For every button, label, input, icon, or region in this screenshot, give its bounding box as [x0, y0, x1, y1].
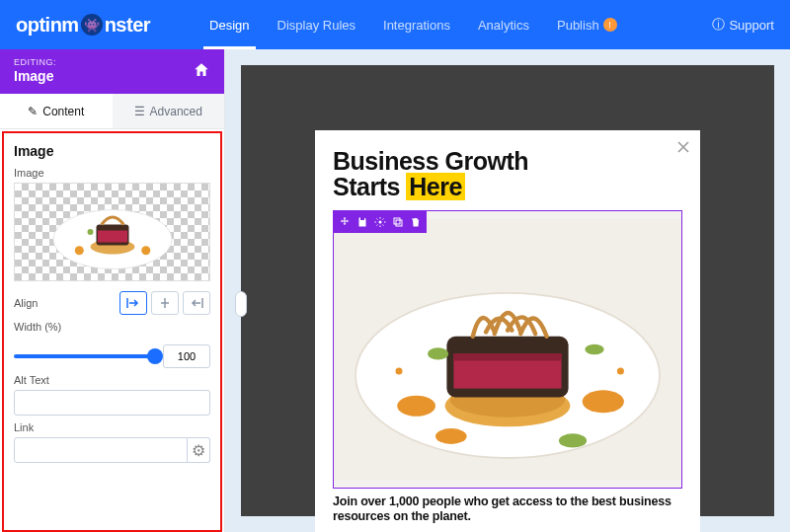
canvas-area: Business Growth Starts Here: [225, 49, 790, 532]
svg-rect-16: [453, 353, 561, 360]
top-bar: optinm👾nster Design Display Rules Integr…: [0, 0, 790, 49]
help-icon: ⓘ: [712, 16, 725, 34]
settings-tool[interactable]: [371, 214, 389, 230]
svg-point-4: [74, 246, 83, 255]
link-settings-button[interactable]: ⚙: [188, 437, 210, 463]
svg-point-21: [435, 428, 467, 444]
svg-rect-9: [396, 220, 402, 226]
align-left-button[interactable]: [119, 291, 147, 315]
support-link[interactable]: ⓘ Support: [712, 16, 774, 34]
svg-point-20: [585, 343, 603, 354]
svg-rect-3: [98, 231, 127, 243]
nav-tab-integrations[interactable]: Integrations: [383, 0, 450, 49]
popup-caption[interactable]: Join over 1,000 people who get access to…: [333, 494, 682, 525]
link-input[interactable]: [14, 437, 188, 463]
width-slider[interactable]: [14, 354, 155, 358]
alt-text-input[interactable]: [14, 390, 210, 416]
subtab-advanced[interactable]: ☰ Advanced: [113, 94, 225, 128]
slider-knob[interactable]: [147, 348, 163, 364]
dish-thumbnail-icon: [39, 188, 187, 276]
svg-point-23: [395, 367, 402, 374]
link-label: Link: [14, 421, 210, 433]
svg-point-17: [397, 395, 435, 416]
editor-stage[interactable]: Business Growth Starts Here: [241, 65, 774, 516]
svg-point-24: [617, 367, 624, 374]
sidebar-collapse-handle[interactable]: [235, 291, 247, 317]
gear-icon: ⚙: [192, 441, 205, 460]
editing-header: EDITING: Image: [0, 49, 224, 94]
sidebar: EDITING: Image ✎ Content ☰ Advanced Imag…: [0, 49, 225, 532]
align-right-icon: [190, 297, 203, 309]
element-toolbar: [334, 211, 427, 233]
align-button-group: [119, 291, 210, 315]
panel-title: Image: [14, 143, 210, 159]
sidebar-subtabs: ✎ Content ☰ Advanced: [0, 94, 224, 129]
home-icon[interactable]: [193, 61, 210, 79]
nav-tab-display-rules[interactable]: Display Rules: [277, 0, 356, 49]
svg-point-7: [379, 220, 382, 223]
svg-point-18: [583, 390, 624, 413]
editing-label: EDITING:: [14, 57, 56, 67]
svg-rect-8: [394, 218, 400, 224]
move-tool[interactable]: [336, 214, 354, 230]
duplicate-tool[interactable]: [389, 214, 407, 230]
width-label: Width (%): [14, 321, 210, 333]
publish-badge-icon: !: [603, 18, 617, 32]
nav-tab-publish[interactable]: Publish !: [557, 0, 617, 49]
popup-preview[interactable]: Business Growth Starts Here: [315, 130, 700, 532]
align-right-button[interactable]: [183, 291, 210, 315]
editing-value: Image: [14, 68, 56, 84]
svg-point-6: [87, 229, 93, 235]
popup-headline[interactable]: Business Growth Starts Here: [333, 148, 682, 200]
logo-monster-icon: 👾: [81, 14, 103, 36]
alt-text-label: Alt Text: [14, 374, 210, 386]
width-input[interactable]: [163, 344, 210, 368]
subtab-content[interactable]: ✎ Content: [0, 94, 113, 128]
svg-point-22: [559, 433, 587, 447]
nav-tab-design[interactable]: Design: [209, 0, 249, 49]
delete-tool[interactable]: [407, 214, 425, 230]
nav-tab-analytics[interactable]: Analytics: [478, 0, 529, 49]
popup-image: [334, 211, 681, 488]
image-block-selected[interactable]: [333, 210, 682, 489]
pencil-icon: ✎: [28, 105, 38, 118]
align-label: Align: [14, 297, 38, 309]
align-left-icon: [126, 297, 140, 309]
save-tool[interactable]: [354, 214, 371, 230]
sliders-icon: ☰: [134, 105, 145, 118]
logo: optinm👾nster: [16, 14, 150, 37]
svg-point-19: [428, 347, 448, 359]
svg-point-5: [141, 246, 150, 255]
image-field-label: Image: [14, 167, 210, 179]
headline-highlight: Here: [406, 173, 465, 200]
align-center-button[interactable]: [151, 291, 179, 315]
nav-tabs: Design Display Rules Integrations Analyt…: [209, 0, 617, 49]
settings-panel: Image Image Align: [2, 131, 222, 532]
image-thumbnail[interactable]: [14, 183, 210, 281]
align-center-icon: [158, 297, 172, 309]
close-icon[interactable]: [676, 140, 690, 158]
